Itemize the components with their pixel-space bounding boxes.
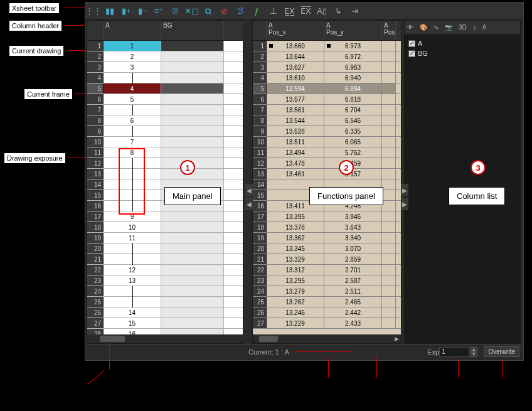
frame-number[interactable]: 6	[253, 94, 267, 104]
table-row[interactable]: 25	[87, 297, 243, 307]
toolbar-icon[interactable]: ▮▮	[104, 6, 115, 17]
frame-number[interactable]: 15	[253, 190, 267, 200]
toolbar-icon[interactable]: ⊥	[267, 6, 279, 17]
frame-number[interactable]: 21	[87, 254, 104, 264]
cell[interactable]: 13.594	[267, 83, 324, 93]
chevron-left-icon[interactable]: ◀	[245, 198, 253, 210]
table-row[interactable]: 313.6276.963	[253, 62, 401, 73]
cell[interactable]: 7	[104, 137, 161, 147]
cell[interactable]: 13.345	[267, 243, 324, 254]
cell[interactable]	[161, 137, 224, 147]
cell[interactable]: 6.335	[324, 126, 382, 136]
cell[interactable]: 13.262	[267, 297, 324, 307]
table-row[interactable]: 713.5616.704	[253, 105, 401, 115]
table-row[interactable]: 54	[87, 83, 243, 94]
cell[interactable]	[161, 62, 224, 72]
table-row[interactable]: 2614	[87, 307, 243, 318]
cell[interactable]	[382, 201, 396, 211]
frame-number[interactable]: 26	[253, 307, 267, 318]
cell[interactable]: 13.494	[267, 147, 324, 157]
table-row[interactable]: 2313	[87, 275, 243, 286]
frame-number[interactable]: 14	[87, 179, 104, 189]
table-row[interactable]: 20	[87, 243, 243, 254]
cell[interactable]: 6.065	[324, 137, 382, 147]
column-header-a[interactable]: A	[104, 21, 161, 40]
cell[interactable]	[161, 307, 224, 318]
cell[interactable]: 13.478	[267, 158, 324, 168]
cell[interactable]	[382, 190, 396, 200]
frame-number[interactable]: 23	[253, 275, 267, 286]
cell[interactable]: 13.627	[267, 62, 324, 72]
frame-number[interactable]: 6	[87, 94, 104, 104]
frame-number[interactable]: 15	[87, 190, 104, 200]
cell[interactable]: 2.701	[324, 265, 382, 275]
cell[interactable]	[161, 297, 224, 307]
cell[interactable]	[161, 73, 224, 83]
cell[interactable]	[161, 243, 224, 254]
list-item[interactable]: ✓A	[408, 38, 516, 48]
cell[interactable]: 6.940	[324, 73, 382, 83]
frame-number[interactable]: 20	[253, 243, 267, 254]
column-header-bg[interactable]: BG	[161, 21, 224, 40]
frame-number[interactable]: 22	[87, 265, 104, 275]
frame-number[interactable]: 2	[253, 51, 267, 61]
cell[interactable]: 13.395	[267, 211, 324, 222]
cell[interactable]: 3	[104, 62, 161, 72]
table-row[interactable]: 1913.3623.340	[253, 233, 401, 243]
chevron-right-icon[interactable]: ▶	[401, 184, 408, 196]
cell[interactable]	[104, 243, 161, 254]
cell[interactable]: 13.461	[267, 169, 324, 179]
cell[interactable]	[104, 105, 161, 115]
cell[interactable]	[382, 115, 396, 125]
toolbar-icon[interactable]: ▮+	[120, 6, 132, 17]
cell[interactable]	[161, 254, 224, 264]
cell[interactable]: 13	[104, 275, 161, 286]
tab-wave-icon[interactable]: ∿	[434, 24, 439, 31]
cell[interactable]: 2	[104, 51, 161, 61]
tab-eye-icon[interactable]: 👁	[407, 24, 413, 31]
cell[interactable]	[161, 83, 224, 93]
frame-number[interactable]: 24	[87, 286, 104, 296]
table-row[interactable]: 913.5286.335	[253, 126, 401, 137]
exposure-down-icon[interactable]: ▼	[470, 352, 477, 357]
cell[interactable]	[161, 211, 224, 222]
h-scrollbar[interactable]	[87, 334, 243, 343]
cell[interactable]: 13.577	[267, 94, 324, 104]
cell[interactable]: 10	[104, 222, 161, 232]
cell[interactable]	[382, 158, 396, 168]
cell[interactable]	[161, 286, 224, 296]
frame-number[interactable]: 5	[253, 83, 267, 93]
table-row[interactable]: 13	[87, 169, 243, 179]
frame-number[interactable]: 18	[253, 222, 267, 232]
cell[interactable]: 13.610	[267, 73, 324, 83]
table-row[interactable]: 1813.3783.643	[253, 222, 401, 233]
toolbar-icon[interactable]: E̲X̲	[284, 6, 295, 17]
frame-number[interactable]: 12	[87, 158, 104, 168]
frame-number[interactable]: 7	[87, 105, 104, 115]
table-row[interactable]: 179	[87, 211, 243, 222]
cell[interactable]: 5	[104, 94, 161, 104]
table-row[interactable]: 86	[87, 115, 243, 126]
chevron-right-icon[interactable]: ▶	[401, 198, 408, 210]
cell[interactable]	[382, 307, 396, 318]
cell[interactable]	[382, 41, 396, 51]
cell[interactable]: 3.070	[324, 243, 382, 254]
frame-number[interactable]: 28	[87, 329, 104, 334]
cell[interactable]	[161, 147, 224, 157]
table-row[interactable]: 1911	[87, 233, 243, 243]
tab-palette-icon[interactable]: 🎨	[420, 24, 427, 31]
frame-number[interactable]: 12	[253, 158, 267, 168]
toolbar-icon[interactable]: ƒ	[251, 6, 262, 17]
table-row[interactable]: 2816	[87, 329, 243, 334]
table-row[interactable]: 9	[87, 126, 243, 137]
frame-number[interactable]: 4	[253, 73, 267, 83]
frame-number[interactable]: 9	[87, 126, 104, 136]
cell[interactable]: 15	[104, 318, 161, 328]
frame-number[interactable]: 1	[253, 41, 267, 51]
frame-number[interactable]: 4	[87, 73, 104, 83]
frame-number[interactable]: 13	[87, 169, 104, 179]
table-row[interactable]: 1013.5116.065	[253, 137, 401, 147]
table-row[interactable]: 4	[87, 73, 243, 83]
checkbox[interactable]: ✓	[408, 50, 415, 57]
cell[interactable]: 13.279	[267, 286, 324, 296]
